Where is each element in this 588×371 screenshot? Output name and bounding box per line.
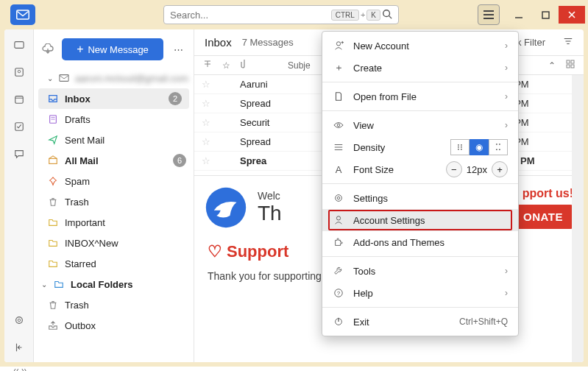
menu-help[interactable]: ?Help›: [322, 282, 518, 304]
get-messages-icon[interactable]: [41, 43, 54, 56]
donate-button[interactable]: ONATE: [513, 205, 573, 229]
unread-badge: 6: [173, 154, 186, 167]
rail-tasks-icon[interactable]: [14, 121, 24, 134]
star-icon[interactable]: ☆: [202, 117, 210, 128]
new-message-button[interactable]: +New Message: [62, 38, 163, 60]
folder-important[interactable]: Important: [34, 212, 194, 233]
puzzle-icon: [333, 237, 344, 247]
status-activity-icon: ((•)): [13, 367, 27, 371]
account-icon: [333, 215, 344, 225]
svg-point-33: [336, 42, 340, 46]
minimize-button[interactable]: [506, 6, 532, 24]
star-icon[interactable]: ☆: [202, 79, 210, 90]
menu-exit[interactable]: ExitCtrl+Shift+Q: [322, 311, 518, 333]
folder-inbox[interactable]: Inbox 2: [38, 88, 189, 109]
plus-user-icon: [333, 40, 344, 51]
rail-collapse-icon[interactable]: [14, 342, 24, 355]
scrollbar[interactable]: [572, 75, 584, 362]
folder-icon: [47, 238, 59, 248]
outbox-icon: [47, 320, 59, 331]
folder-icon: [47, 217, 59, 227]
plus-icon: ＋: [333, 61, 344, 74]
app-menu-button[interactable]: [478, 4, 500, 25]
help-icon: ?: [333, 288, 344, 298]
folder-sent[interactable]: Sent Mail: [34, 130, 194, 150]
menu-density[interactable]: Density ⁝⁝ ◉ ⁚⁚: [322, 136, 518, 158]
svg-point-36: [337, 124, 340, 127]
svg-rect-0: [17, 10, 29, 19]
svg-point-17: [18, 319, 21, 322]
mail-account-icon: [59, 73, 69, 83]
folder-allmail[interactable]: All Mail 6: [34, 150, 194, 171]
col-thread-icon[interactable]: [203, 60, 212, 71]
col-subject[interactable]: Subje: [288, 60, 311, 71]
svg-rect-20: [60, 75, 68, 82]
col-picker-icon[interactable]: [566, 60, 575, 71]
folder-trash[interactable]: Trash: [34, 191, 194, 212]
font-icon: A: [333, 164, 344, 175]
rail-chat-icon[interactable]: [14, 149, 24, 161]
col-sort-icon[interactable]: ⌃: [548, 60, 556, 71]
thunderbird-logo: [205, 186, 247, 229]
density-relaxed[interactable]: ⁚⁚: [489, 139, 508, 155]
folder-drafts[interactable]: Drafts: [34, 109, 194, 130]
power-icon: [333, 317, 344, 327]
maximize-button[interactable]: [532, 6, 559, 24]
folder-spam[interactable]: Spam: [34, 171, 194, 191]
folder-starred[interactable]: Starred: [34, 253, 194, 274]
close-button[interactable]: [559, 6, 585, 24]
rail-mail-icon[interactable]: [14, 40, 24, 52]
folder-icon: [47, 258, 59, 269]
chevron-right-icon: ›: [505, 91, 508, 102]
local-outbox[interactable]: Outbox: [34, 315, 194, 336]
menu-tools[interactable]: Tools›: [322, 260, 518, 282]
font-size-value: 12px: [467, 164, 487, 175]
account-node[interactable]: ⌄ aaruni.mcloud@gmail.com: [34, 68, 194, 88]
star-icon[interactable]: ☆: [202, 136, 210, 147]
menu-new-account[interactable]: New Account›: [322, 35, 518, 57]
density-compact[interactable]: ⁝⁝: [450, 139, 470, 155]
rail-settings-icon[interactable]: [14, 315, 24, 328]
svg-rect-10: [14, 42, 23, 49]
gear-icon: [333, 193, 344, 203]
star-icon[interactable]: ☆: [202, 155, 210, 166]
more-actions-icon[interactable]: ⋯: [171, 44, 186, 55]
folder-icon: [53, 279, 65, 289]
folder-label: Drafts: [65, 114, 186, 125]
font-decrease[interactable]: −: [446, 161, 462, 177]
menu-settings[interactable]: Settings: [322, 187, 518, 209]
menu-font-size[interactable]: AFont Size − 12px +: [322, 158, 518, 180]
search-input[interactable]: [170, 10, 330, 21]
folder-label: Local Folders: [71, 279, 186, 290]
local-trash[interactable]: Trash: [34, 294, 194, 315]
svg-point-12: [18, 70, 21, 73]
message-count: 7 Messages: [242, 37, 294, 48]
density-default[interactable]: ◉: [470, 139, 489, 155]
menu-view[interactable]: View›: [322, 114, 518, 136]
sent-icon: [47, 135, 59, 145]
menu-create[interactable]: ＋Create›: [322, 57, 518, 79]
menu-addons[interactable]: Add-ons and Themes: [322, 231, 518, 253]
unread-badge: 2: [169, 92, 182, 105]
menu-open-file[interactable]: Open from File›: [322, 85, 518, 107]
local-folders-node[interactable]: ⌄ Local Folders: [34, 274, 194, 294]
menu-account-settings[interactable]: Account Settings: [322, 209, 518, 231]
heart-icon: ♡: [208, 242, 222, 261]
col-star-icon[interactable]: ☆: [222, 60, 230, 71]
file-icon: [333, 91, 344, 102]
rail-address-icon[interactable]: [14, 67, 24, 80]
search-box[interactable]: CTRL + K: [163, 5, 399, 24]
rail-calendar-icon[interactable]: [14, 94, 24, 107]
svg-rect-24: [49, 158, 57, 163]
filter-icon[interactable]: [563, 36, 573, 49]
folder-inboxnew[interactable]: INBOX^New: [34, 233, 194, 253]
allmail-icon: [47, 155, 59, 166]
kbd-k: K: [366, 10, 380, 21]
chevron-right-icon: ›: [505, 266, 508, 276]
chevron-right-icon: ›: [505, 63, 508, 73]
svg-rect-11: [15, 68, 23, 77]
search-icon[interactable]: [382, 9, 392, 21]
font-increase[interactable]: +: [492, 161, 508, 177]
star-icon[interactable]: ☆: [202, 98, 210, 109]
col-attach-icon[interactable]: [241, 59, 248, 71]
